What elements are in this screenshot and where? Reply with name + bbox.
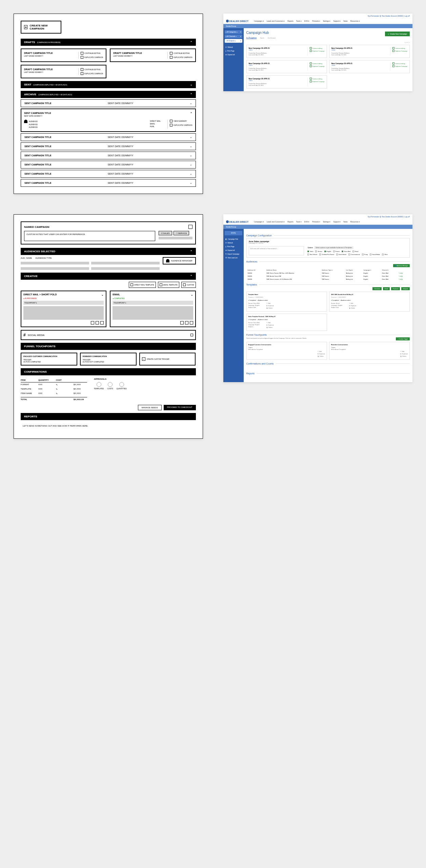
person-icon <box>166 259 169 262</box>
chevron-up-icon: ⌃ <box>190 41 192 44</box>
continue-editing[interactable]: Continue editing <box>310 47 325 49</box>
nav-item[interactable]: Leads and Customers ▾ <box>267 20 285 22</box>
x-icon <box>108 382 113 387</box>
delete-icon[interactable] <box>100 321 104 324</box>
audience-manager-button[interactable]: AUDIENCE MANAGER <box>163 257 196 264</box>
create-campaign-label: CREATE NEW CAMPAIGN <box>29 24 58 30</box>
sent-row[interactable]: SENT CAMPAIGN TITLESENT DATE DD/MM/YY⌄ <box>21 152 196 159</box>
table-row: 599396GMC Sierra Lessees -12.5% Matches … <box>246 278 410 281</box>
custom-trigger-button[interactable]: + Custom Trigger <box>396 337 410 340</box>
duplicate-icon <box>81 56 83 59</box>
campaign-card[interactable]: New Campaign 20-APR-21#2059Created by: R… <box>329 60 410 73</box>
table-row: 599395GMC Acadia Tenant GMGM OwnersMaili… <box>246 275 410 278</box>
sidebar-hub[interactable]: ◧ Campaign Hub <box>225 237 242 241</box>
nav-item[interactable]: News <box>343 20 348 22</box>
checkout-button[interactable]: PROCEED TO CHECKOUT <box>164 405 196 410</box>
overview-button[interactable]: Overview <box>372 287 382 290</box>
tab-archived[interactable]: Archived <box>268 37 276 39</box>
sent-row-expanded: SENT CAMPAIGN TITLE⌃ SENT DATE DD/MM/YY … <box>21 108 196 132</box>
view-summary-action[interactable]: VIEW SUMMARY <box>170 120 192 122</box>
social-media-row[interactable]: #SOCIAL MEDIA <box>21 330 196 340</box>
duplicate-action[interactable]: DUPLICATE CAMPAIGN <box>81 56 103 59</box>
edit-icon <box>81 52 83 55</box>
create-campaign-button[interactable]: + CREATE NEW CAMPAIGN <box>21 21 61 34</box>
draft-card[interactable]: DRAFT CAMPAIGN TITLELAST SAVED DD/MM/YY … <box>21 48 106 62</box>
duplicate-action[interactable]: DUPLICATE CAMPAIGN <box>170 124 192 126</box>
app-campaign-hub: Syd Fernandez @ Test Dealer Account (000… <box>223 14 413 91</box>
nav-item[interactable]: Support ▾ <box>333 20 341 22</box>
sent-row[interactable]: SENT CAMPAIGN TITLESENT DATE DD/MM/YY⌄ <box>21 161 196 169</box>
drafts-header[interactable]: DRAFTS(CAMPAIGNS IN PROGRESS) ⌃ <box>21 39 196 46</box>
nav-item[interactable]: Tools ▾ <box>296 20 302 22</box>
config-header: Campaign Configuration <box>246 234 410 237</box>
tab-sent[interactable]: Sent <box>260 37 264 39</box>
edit-icon[interactable] <box>188 225 192 229</box>
sent-row[interactable]: SENT CAMPAIGN TITLESENT DATE DD/MM/YY⌄ <box>21 99 196 107</box>
reports-header[interactable]: REPORTS <box>21 413 196 420</box>
email-button[interactable]: Email <box>383 287 390 290</box>
confirmations-header[interactable]: CONFIRMATIONS <box>21 368 196 375</box>
nav-item[interactable]: Settings ▾ <box>323 20 330 22</box>
chevron-down-icon: ⌄ <box>190 83 192 86</box>
campaign-card[interactable]: New Campaign 20-APR-21#2059Created by: R… <box>246 60 327 73</box>
reports-empty: LET'S SEND SOMETHING OUT AND SEE HOW IT … <box>21 420 196 432</box>
creative-header[interactable]: CREATIVE⌃ <box>21 273 196 280</box>
sent-row[interactable]: SENT CAMPAIGN TITLESENT DATE DD/MM/YY⌄ <box>21 179 196 187</box>
edit-icon <box>190 334 193 336</box>
email-template-button[interactable]: EMAIL TEMPLATE <box>158 282 179 288</box>
reminder-trigger-card: REMINDER COMMUNICATIONTRIGGER:ACTION NOT… <box>80 353 137 366</box>
audiences-table: Audience IdAudience NameAudience Type ▾L… <box>246 269 410 281</box>
nav-item[interactable]: Pinnacle ▾ <box>312 20 320 22</box>
manage-seeds-button[interactable]: MANAGE SEEDS <box>138 405 162 410</box>
duplicate[interactable]: Duplicate Campaign <box>310 50 325 52</box>
status-in-progress: ● IN PROGRESS <box>23 297 104 299</box>
notes-input[interactable]: CUSTOM NOTES THAT USER CAN ENTER FOR REF… <box>24 231 155 241</box>
audience-manager-button[interactable]: 👤 Audience Manager <box>393 264 410 267</box>
sent-row[interactable]: SENT CAMPAIGN TITLESENT DATE DD/MM/YY⌄ <box>21 170 196 178</box>
sidebar-print[interactable]: ⎙ Print Page <box>225 49 242 53</box>
service-checkbox[interactable]: ☐ SERVICE <box>174 231 189 235</box>
state-badge: STATE <box>225 231 242 235</box>
create-trigger-button[interactable]: +CREATE CUSTOM TRIGGER <box>139 353 196 366</box>
audiences-header[interactable]: AUDIENCES SELECTED⌃ <box>21 248 196 255</box>
status-completed: ● COMPLETED <box>113 297 193 299</box>
pager[interactable]: « | ••• | » <box>246 42 410 43</box>
draft-card[interactable]: DRAFT CAMPAIGN TITLELAST SAVED DD/MM/YY … <box>110 48 196 62</box>
nav-item[interactable]: Campaigns ▾ <box>254 20 264 22</box>
sent-row[interactable]: SENT CAMPAIGN TITLESENT DATE DD/MM/YY⌄ <box>21 142 196 150</box>
dm-template-button[interactable]: DIRECT MAIL TEMPLATE <box>129 282 156 288</box>
duplicate-icon <box>310 50 312 52</box>
plus-icon: + <box>24 25 27 29</box>
sidebar-expand[interactable]: ⊕ Expand all <box>225 53 242 57</box>
draft-card[interactable]: DRAFT CAMPAIGN TITLELAST SAVED DD/MM/YY … <box>21 65 106 78</box>
sent-header[interactable]: SENT(CAMPAIGNS DEPLOYED < 60 DAYS AGO) ⌄ <box>21 81 196 88</box>
table-row: 599394GMC Sierra Owners GM Own +3.0% Mat… <box>246 272 410 275</box>
sidebar-refresh[interactable]: ⟳ Refresh <box>225 45 242 49</box>
page-title: Campaign Hub <box>246 31 269 35</box>
nav-item[interactable]: Resources ▾ <box>350 20 360 22</box>
funnel-header[interactable]: FUNNEL TOUCHPOINTS <box>21 343 196 350</box>
postcard-button[interactable]: Postcard <box>391 287 400 290</box>
filter-categories[interactable]: « All Categories »▾ <box>225 30 242 34</box>
campaign-card[interactable]: New Campaign 20-APR-21#2059Created by: R… <box>246 45 327 58</box>
circle-icon <box>119 382 124 387</box>
campaign-card[interactable]: New Campaign 20-APR-21#2059Created by: R… <box>329 45 410 58</box>
continue-editing-action[interactable]: CONTINUE EDITING <box>81 52 103 55</box>
filter-channels[interactable]: « All Channels »▾ <box>225 35 242 38</box>
duplicate-icon[interactable] <box>96 321 99 324</box>
infopack-button[interactable]: Infopack <box>401 287 410 290</box>
custom-button[interactable]: CUSTOM <box>181 282 196 288</box>
filter-subjects[interactable]: « All Subjects »▾ <box>225 39 242 43</box>
tab-in-progress[interactable]: In Progress <box>246 37 257 39</box>
nav-item[interactable]: DON ▾ <box>304 20 310 22</box>
sales-checkbox[interactable]: ☑ SALES <box>159 231 172 235</box>
edit-icon[interactable] <box>91 321 94 324</box>
create-campaign-button[interactable]: Create New Campaign <box>385 32 410 36</box>
archive-header[interactable]: ARCHIVE(CAMPAIGNS DEPLOYED > 60 DAYS AGO… <box>21 91 196 98</box>
notes-input[interactable]: Edit area with selected or free-entered … <box>249 246 304 255</box>
edit-icon <box>310 47 312 49</box>
sent-row[interactable]: SENT CAMPAIGN TITLESENT DATE DD/MM/YY⌄ <box>21 133 196 141</box>
campaign-card[interactable]: New Campaign 20-APR-21#2059Created by: R… <box>246 75 327 88</box>
breadcrumb: Dealer/Group <box>223 24 413 28</box>
nav-item[interactable]: Reports <box>287 20 293 22</box>
